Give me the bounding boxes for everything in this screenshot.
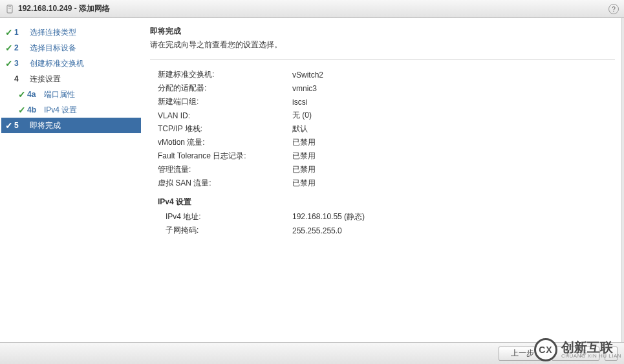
- label-ipv4-addr: IPv4 地址:: [166, 211, 292, 222]
- step-label: 端口属性: [44, 89, 75, 100]
- summary-row: 新建标准交换机: vSwitch2: [158, 68, 615, 81]
- step-ready-complete[interactable]: ✓ 5 即将完成: [1, 118, 141, 133]
- step-label: 连接设置: [30, 74, 61, 85]
- value-mgmt: 已禁用: [292, 164, 316, 175]
- summary-row: vMotion 流量: 已禁用: [158, 136, 615, 149]
- value-new-switch: vSwitch2: [292, 70, 323, 80]
- scrollbar[interactable]: [621, 18, 624, 342]
- label-tcpip: TCP/IP 堆栈:: [158, 123, 292, 134]
- step-label: 即将完成: [30, 120, 61, 131]
- check-icon: ✓: [4, 43, 14, 53]
- step-number: 5: [14, 121, 26, 130]
- summary-row: TCP/IP 堆栈: 默认: [158, 122, 615, 136]
- content-subtitle: 请在完成向导之前查看您的设置选择。: [150, 39, 615, 50]
- summary-row: 分配的适配器: vmnic3: [158, 81, 615, 95]
- svg-rect-0: [7, 5, 12, 13]
- step-port-properties[interactable]: ✓ 4a 端口属性: [1, 87, 141, 102]
- label-new-switch: 新建标准交换机:: [158, 69, 292, 80]
- step-number: 1: [14, 28, 26, 37]
- summary-row: 管理流量: 已禁用: [158, 163, 615, 177]
- value-vmotion: 已禁用: [292, 137, 316, 148]
- step-number: 4a: [27, 90, 40, 99]
- check-icon: ✓: [4, 120, 14, 131]
- next-button: 下一步: [552, 347, 599, 361]
- summary-row: 子网掩码: 255.255.255.0: [166, 224, 615, 237]
- window-title: 192.168.10.249 - 添加网络: [18, 3, 110, 14]
- svg-rect-1: [8, 6, 11, 7]
- label-adapter: 分配的适配器:: [158, 83, 292, 94]
- svg-rect-2: [8, 8, 11, 8]
- summary-row: VLAN ID: 无 (0): [158, 109, 615, 122]
- divider: [150, 59, 615, 60]
- value-ipv4-addr: 192.168.10.55 (静态): [292, 211, 365, 222]
- label-mgmt: 管理流量:: [158, 164, 292, 175]
- value-ft: 已禁用: [292, 151, 316, 162]
- check-icon: ✓: [4, 27, 14, 37]
- label-portgroup: 新建端口组:: [158, 96, 292, 107]
- wizard-content: 即将完成 请在完成向导之前查看您的设置选择。 新建标准交换机: vSwitch2…: [141, 18, 624, 341]
- back-button[interactable]: 上一步: [499, 347, 546, 361]
- wizard-sidebar: ✓ 1 选择连接类型 ✓ 2 选择目标设备 ✓ 3 创建标准交换机 4 连接设置…: [0, 18, 141, 341]
- step-number: 2: [14, 43, 26, 52]
- summary-row: 虚拟 SAN 流量: 已禁用: [158, 177, 615, 190]
- step-label: 创建标准交换机: [30, 58, 84, 69]
- finish-button-partial[interactable]: [605, 347, 618, 361]
- value-vlan: 无 (0): [292, 110, 312, 121]
- ipv4-header: IPv4 设置: [158, 197, 615, 208]
- summary-row: Fault Tolerance 日志记录: 已禁用: [158, 149, 615, 163]
- step-number: 3: [14, 59, 26, 68]
- label-ft: Fault Tolerance 日志记录:: [158, 151, 292, 162]
- value-subnet: 255.255.255.0: [292, 226, 342, 235]
- step-label: IPv4 设置: [44, 105, 77, 116]
- label-vsan: 虚拟 SAN 流量:: [158, 178, 292, 189]
- value-portgroup: iscsi: [292, 98, 307, 107]
- value-vsan: 已禁用: [292, 178, 316, 189]
- step-ipv4-settings[interactable]: ✓ 4b IPv4 设置: [1, 102, 141, 118]
- title-bar: 192.168.10.249 - 添加网络 ?: [0, 0, 624, 18]
- step-number: 4: [14, 74, 26, 83]
- label-vlan: VLAN ID:: [158, 111, 292, 120]
- label-subnet: 子网掩码:: [166, 225, 292, 236]
- check-icon: ✓: [17, 105, 27, 115]
- help-icon[interactable]: ?: [608, 4, 619, 14]
- summary-row: IPv4 地址: 192.168.10.55 (静态): [166, 210, 615, 224]
- step-label: 选择目标设备: [30, 43, 76, 54]
- main-area: ✓ 1 选择连接类型 ✓ 2 选择目标设备 ✓ 3 创建标准交换机 4 连接设置…: [0, 18, 624, 341]
- wizard-footer: 上一步 下一步: [0, 342, 624, 364]
- summary-table: 新建标准交换机: vSwitch2 分配的适配器: vmnic3 新建端口组: …: [150, 68, 615, 237]
- content-title: 即将完成: [150, 26, 615, 37]
- step-create-switch[interactable]: ✓ 3 创建标准交换机: [1, 56, 141, 71]
- step-target-device[interactable]: ✓ 2 选择目标设备: [1, 40, 141, 56]
- step-label: 选择连接类型: [30, 27, 76, 38]
- summary-row: 新建端口组: iscsi: [158, 95, 615, 109]
- check-icon: ✓: [4, 58, 14, 69]
- step-connection-settings[interactable]: 4 连接设置: [1, 71, 141, 87]
- value-tcpip: 默认: [292, 123, 308, 134]
- check-icon: ✓: [17, 89, 27, 100]
- label-vmotion: vMotion 流量:: [158, 137, 292, 148]
- value-adapter: vmnic3: [292, 84, 317, 93]
- host-icon: [5, 5, 14, 14]
- step-number: 4b: [27, 105, 40, 114]
- step-connection-type[interactable]: ✓ 1 选择连接类型: [1, 25, 141, 40]
